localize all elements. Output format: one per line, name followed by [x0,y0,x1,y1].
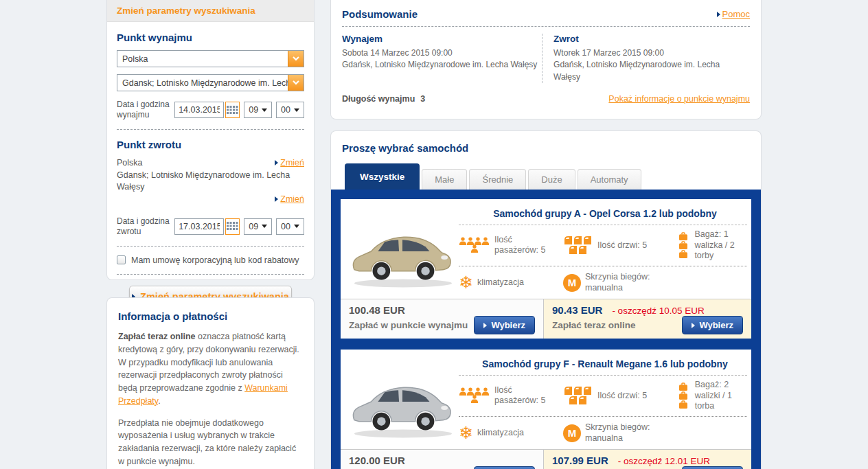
select-pay-online-button[interactable]: Wybierz [682,316,743,334]
tab-small[interactable]: Małe [422,169,467,190]
doors-text: Ilość drzwi: 5 [597,240,647,251]
triangle-down-icon [294,108,299,112]
price-row: 120.00 EUR Zapłać w punkcie wynajmu Wybi… [341,449,751,469]
summary-title: Podsumowanie [342,8,418,20]
car-photo-renault-megane [347,367,456,440]
baggage-icon [677,382,691,409]
triangle-right-icon [275,196,278,202]
select-pay-online-button[interactable]: Wybierz [682,466,743,469]
corporate-code-checkbox[interactable] [117,255,126,264]
passengers-icon [459,238,490,253]
doors-text: Ilość drzwi: 5 [597,391,647,402]
gearbox-text: Skrzynia biegów: manualna [585,422,662,444]
summary-pickup-block: Wynajem Sobota 14 Marzec 2015 09:00 Gdań… [342,34,542,83]
summary-dropoff-title: Zwrot [553,34,742,44]
car-selection-title: Proszę wybrać samochód [331,131,761,154]
pay-local-price: 100.48 EUR [349,304,405,316]
doors-icon [563,236,593,255]
triangle-down-icon [294,225,299,228]
rental-duration-value: 3 [420,94,425,104]
summary-dropoff-location: Gdańsk, Lotnisko Międzynarodowe im. Lech… [553,59,742,83]
summary-dropoff-block: Zwrot Wtorek 17 Marzec 2015 09:00 Gdańsk… [542,34,742,83]
pay-online-price: 107.99 EUR [552,455,608,466]
summary-pickup-datetime: Sobota 14 Marzec 2015 09:00 [342,47,542,59]
dropoff-hour-select[interactable]: 09 [244,218,272,235]
corporate-code-label: Mam umowę korporacyjną lub kod rabatowy [131,255,299,265]
pickup-section-title: Punkt wynajmu [117,32,304,43]
pickup-date-label: Data i godzina wynajmu [117,100,174,120]
summary-panel: Podsumowanie Pomoc Wynajem Sobota 14 Mar… [330,0,762,119]
pickup-date-input[interactable] [174,102,224,118]
search-parameters-header: Zmień parametry wyszukiwania [107,0,314,22]
passengers-text: Ilość pasażerów: 5 [494,235,555,256]
triangle-right-icon [717,12,720,17]
savings-text: - oszczędź 10.05 EUR [612,306,704,316]
dropoff-date-label: Data i godzina zwrotu [117,216,174,237]
calendar-icon [227,106,238,115]
aircon-text: klimatyzacja [477,277,524,288]
car-card: Samochód grupy F - Renault Megane 1.6 lu… [341,350,751,469]
dropoff-calendar-button[interactable] [225,218,240,235]
manual-gearbox-icon: M [563,274,581,292]
payment-info-paragraph: Przedpłata nie obejmuje dodatkowego wypo… [118,417,303,468]
select-pay-local-button[interactable]: Wybierz [474,466,535,469]
baggage-text: Bagaż: 1 walizka / 2 torby [694,229,747,262]
payment-info-title: Informacja o płatności [118,310,303,322]
chevron-down-icon [288,51,304,67]
divider [117,274,304,275]
pay-local-price: 120.00 EUR [349,455,405,466]
car-card: Samochód grupy A - Opel Corsa 1.2 lub po… [341,199,751,339]
triangle-right-icon [692,323,695,328]
aircon-text: klimatyzacja [477,428,524,439]
snowflake-icon: ❄ [459,424,473,442]
summary-pickup-title: Wynajem [342,34,542,44]
dropoff-date-input[interactable] [174,218,224,235]
divider [117,129,304,130]
car-list-container: Samochód grupy A - Opel Corsa 1.2 lub po… [331,190,761,469]
baggage-icon [677,232,690,259]
change-location-link[interactable]: Zmień [275,194,304,205]
pickup-country-select[interactable]: Polska [117,50,304,67]
pay-local-cell: 120.00 EUR Zapłać w punkcie wynajmu Wybi… [341,450,543,469]
tab-large[interactable]: Duże [528,169,575,190]
passengers-icon [459,388,490,403]
dropoff-location: Gdansk; Lotnisko Międzynarodowe im. Lech… [117,170,304,193]
tab-medium[interactable]: Średnie [469,169,526,190]
pickup-calendar-button[interactable] [225,102,240,118]
pickup-minute-select[interactable]: 00 [276,102,304,118]
select-pay-local-button[interactable]: Wybierz [474,316,535,334]
triangle-down-icon [262,225,267,228]
pay-online-price: 90.43 EUR [552,304,602,316]
pay-online-label: Zapłać teraz online [552,320,636,330]
savings-text: - oszczędź 12.01 EUR [618,456,710,466]
help-link[interactable]: Pomoc [717,9,750,19]
doors-icon [563,386,593,405]
pay-online-cell: 90.43 EUR - oszczędź 10.05 EUR Zapłać te… [543,299,751,339]
change-country-link[interactable]: Zmień [275,157,304,169]
baggage-text: Bagaż: 2 walizki / 1 torba [695,380,747,412]
pickup-hour-select[interactable]: 09 [244,102,272,118]
car-photo-opel-corsa [347,217,456,290]
tab-all[interactable]: Wszystkie [345,163,420,190]
car-title: Samochód grupy A - Opel Corsa 1.2 lub po… [459,199,751,219]
snowflake-icon: ❄ [459,274,473,291]
tab-automatic[interactable]: Automaty [578,169,641,190]
triangle-right-icon [483,323,487,328]
summary-dropoff-datetime: Wtorek 17 Marzec 2015 09:00 [553,47,742,59]
station-info-link[interactable]: Pokaż informacje o punkcie wynajmu [608,94,750,104]
car-title: Samochód grupy F - Renault Megane 1.6 lu… [459,350,751,369]
gearbox-text: Skrzynia biegów: manualna [585,272,662,293]
search-parameters-panel: Zmień parametry wyszukiwania Punkt wynaj… [106,0,315,280]
divider [117,246,304,247]
triangle-down-icon [262,108,267,112]
pickup-location-select[interactable]: Gdansk; Lotnisko Międzynarodowe im. Lech… [117,74,304,91]
pay-local-cell: 100.48 EUR Zapłać w punkcie wynajmu Wybi… [341,299,543,339]
payment-info-panel: Informacja o płatności Zapłać teraz onli… [106,297,315,469]
calendar-icon [227,222,238,231]
car-selection-panel: Proszę wybrać samochód Wszystkie Małe Śr… [330,130,762,469]
dropoff-minute-select[interactable]: 00 [276,218,304,235]
car-rental-results-page: { "colors": { "accent_orange": "#f7941d"… [0,0,868,469]
payment-info-paragraph: Zapłać teraz online oznacza płatność kar… [118,330,303,408]
dropoff-section-title: Punkt zwrotu [117,139,304,150]
summary-pickup-location: Gdańsk, Lotnisko Międzynarodowe im. Lech… [342,59,542,71]
